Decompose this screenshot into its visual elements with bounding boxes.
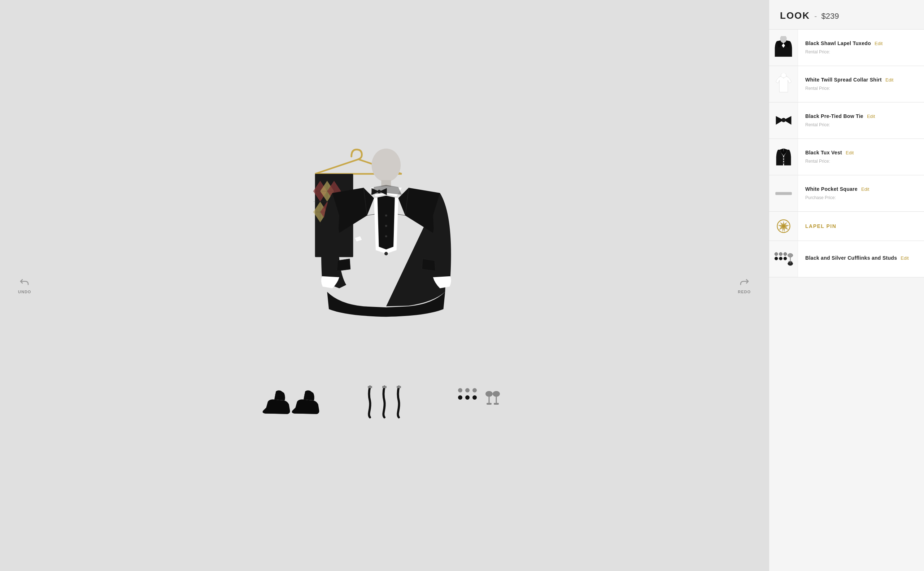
shirt-thumbnail xyxy=(775,73,792,95)
item-image-cufflinks xyxy=(769,241,798,277)
item-name-vest: Black Tux Vest xyxy=(805,150,842,156)
price-label-tuxedo: Rental Price: xyxy=(805,49,830,54)
cufflinks-svg xyxy=(453,383,503,419)
edit-link-shirt[interactable]: Edit xyxy=(885,77,893,83)
edit-link-cufflinks[interactable]: Edit xyxy=(901,255,909,261)
tuxedo-thumbnail xyxy=(774,36,793,60)
look-header: LOOK - $239 xyxy=(769,0,924,29)
item-name-row-vest: Black Tux Vest Edit xyxy=(805,150,917,156)
edit-link-pocket-square[interactable]: Edit xyxy=(861,187,869,192)
outfit-content xyxy=(258,149,511,423)
undo-icon xyxy=(20,278,29,287)
price-label-vest: Rental Price: xyxy=(805,159,830,164)
outfit-svg xyxy=(294,141,475,387)
svg-point-18 xyxy=(385,214,387,216)
mannequin-head xyxy=(371,148,401,181)
suspenders-svg xyxy=(363,383,406,419)
price-label-bowtie: Rental Price: xyxy=(805,122,830,127)
item-row-cufflinks: Black and Silver Cufflinks and Studs Edi… xyxy=(769,241,924,278)
svg-point-46 xyxy=(783,157,784,158)
lapel-pin-label[interactable]: LAPEL PIN xyxy=(798,223,844,229)
shoes-svg xyxy=(258,381,323,421)
svg-point-44 xyxy=(781,73,786,78)
item-image-pocket-square xyxy=(769,175,798,211)
svg-point-58 xyxy=(783,257,787,260)
svg-point-34 xyxy=(458,395,462,400)
item-name-row-shirt: White Twill Spread Collar Shirt Edit xyxy=(805,77,917,83)
look-title: LOOK - $239 xyxy=(780,10,913,21)
item-row-pocket-square: White Pocket Square Edit Purchase Price: xyxy=(769,175,924,212)
item-details-shirt: White Twill Spread Collar Shirt Edit Ren… xyxy=(798,71,924,97)
svg-point-19 xyxy=(385,225,387,227)
item-image-vest xyxy=(769,139,798,175)
pocket-square-thumbnail xyxy=(773,191,794,196)
svg-point-55 xyxy=(783,253,787,256)
lapel-pin-row[interactable]: LAPEL PIN xyxy=(769,212,924,241)
item-name-shirt: White Twill Spread Collar Shirt xyxy=(805,77,882,83)
look-price: $239 xyxy=(821,12,839,21)
item-details-cufflinks: Black and Silver Cufflinks and Studs Edi… xyxy=(798,249,924,269)
svg-point-56 xyxy=(775,257,778,260)
items-panel: LOOK - $239 Black Shawl Lapel Tuxedo E xyxy=(769,0,924,571)
item-row-shirt: White Twill Spread Collar Shirt Edit Ren… xyxy=(769,66,924,102)
item-name-bowtie: Black Pre-Tied Bow Tie xyxy=(805,113,864,119)
item-image-shirt xyxy=(769,66,798,102)
price-label-shirt: Rental Price: xyxy=(805,86,830,91)
svg-point-20 xyxy=(385,235,387,237)
item-image-bowtie xyxy=(769,102,798,139)
look-dash: - xyxy=(814,12,817,21)
item-image-tuxedo xyxy=(769,29,798,66)
undo-button[interactable]: UNDO xyxy=(18,278,31,294)
svg-point-36 xyxy=(472,395,477,400)
outfit-panel: UNDO REDO xyxy=(0,0,769,571)
item-row-bowtie: Black Pre-Tied Bow Tie Edit Rental Price… xyxy=(769,102,924,139)
lapel-pin-icon-cell xyxy=(769,212,798,241)
lapel-pin-icon xyxy=(775,218,791,234)
redo-button[interactable]: REDO xyxy=(738,278,751,294)
svg-point-45 xyxy=(782,117,786,122)
svg-point-47 xyxy=(783,159,784,161)
svg-rect-39 xyxy=(486,403,492,405)
item-row-vest: Black Tux Vest Edit Rental Price: xyxy=(769,139,924,175)
svg-point-21 xyxy=(384,252,388,255)
svg-point-37 xyxy=(486,391,493,397)
outfit-visual xyxy=(294,149,475,380)
cufflinks-thumbnail xyxy=(772,250,795,268)
item-details-bowtie: Black Pre-Tied Bow Tie Edit Rental Price… xyxy=(798,108,924,133)
item-details-tuxedo: Black Shawl Lapel Tuxedo Edit Rental Pri… xyxy=(798,35,924,60)
svg-point-48 xyxy=(783,162,784,164)
main-container: UNDO REDO xyxy=(0,0,924,571)
svg-rect-42 xyxy=(494,403,499,405)
svg-point-35 xyxy=(465,395,470,400)
item-row-tuxedo: Black Shawl Lapel Tuxedo Edit Rental Pri… xyxy=(769,29,924,66)
svg-line-0 xyxy=(315,159,358,173)
svg-point-31 xyxy=(458,388,462,392)
item-name-pocket-square: White Pocket Square xyxy=(805,186,857,192)
svg-point-53 xyxy=(775,253,778,256)
svg-point-52 xyxy=(782,225,785,228)
edit-link-bowtie[interactable]: Edit xyxy=(867,114,875,119)
look-label: LOOK xyxy=(780,10,810,21)
price-label-pocket-square: Purchase Price: xyxy=(805,195,836,200)
svg-point-59 xyxy=(788,253,792,258)
redo-icon xyxy=(739,278,749,287)
item-details-pocket-square: White Pocket Square Edit Purchase Price: xyxy=(798,181,924,206)
svg-point-57 xyxy=(779,257,782,260)
bowtie-thumbnail xyxy=(773,114,794,127)
svg-point-33 xyxy=(472,388,477,392)
edit-link-tuxedo[interactable]: Edit xyxy=(874,41,882,46)
item-name-tuxedo: Black Shawl Lapel Tuxedo xyxy=(805,40,871,46)
item-name-row-bowtie: Black Pre-Tied Bow Tie Edit xyxy=(805,113,917,119)
svg-point-40 xyxy=(493,391,500,397)
item-details-vest: Black Tux Vest Edit Rental Price: xyxy=(798,144,924,170)
item-name-row-pocket-square: White Pocket Square Edit xyxy=(805,186,917,192)
item-name-row-tuxedo: Black Shawl Lapel Tuxedo Edit xyxy=(805,40,917,46)
svg-point-32 xyxy=(465,388,470,392)
item-name-row-cufflinks: Black and Silver Cufflinks and Studs Edi… xyxy=(805,255,917,261)
vest-thumbnail xyxy=(775,146,792,168)
svg-point-54 xyxy=(779,253,782,256)
edit-link-vest[interactable]: Edit xyxy=(846,150,854,156)
item-name-cufflinks: Black and Silver Cufflinks and Studs xyxy=(805,255,897,261)
svg-rect-49 xyxy=(775,192,791,195)
